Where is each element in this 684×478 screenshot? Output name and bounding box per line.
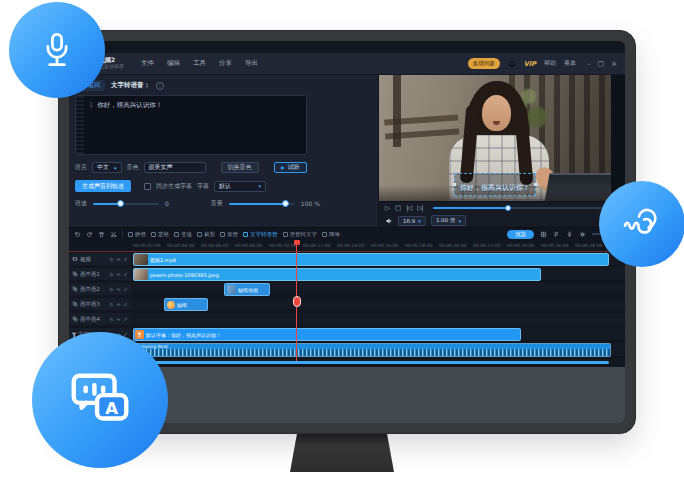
stop-button[interactable]: □	[395, 205, 400, 212]
track-header-pip3[interactable]: 画中画3	[69, 298, 131, 311]
link-icon[interactable]	[123, 257, 128, 262]
subtitle-style-select[interactable]: 默认▾	[214, 181, 266, 192]
timeline-scrollbar[interactable]	[133, 361, 609, 364]
volume-slider[interactable]	[229, 203, 295, 205]
chevron-down-icon: ▾	[418, 218, 421, 224]
clip-sticker[interactable]: 贴纸	[164, 298, 208, 311]
script-text: 你好，很高兴认识你！	[97, 101, 162, 109]
language-select[interactable]: 中文▾	[92, 162, 122, 173]
eye-icon[interactable]	[116, 287, 121, 292]
track-header-pip2[interactable]: 画中画2	[69, 283, 131, 296]
transport-bar: ▷ □ |◁ ▷|	[379, 201, 625, 214]
menu-tools[interactable]: 工具	[193, 59, 206, 68]
speaker-icon[interactable]	[385, 217, 393, 225]
split-button[interactable]	[110, 231, 117, 238]
line-number: 1	[89, 101, 93, 109]
info-icon[interactable]: i	[156, 82, 164, 90]
voice-label: 音色	[127, 163, 139, 172]
timeline-ruler[interactable]: 00:00:02:00 00:00:04:00 00:00:06:00 00:0…	[69, 240, 625, 252]
voice-input[interactable]: 甜美女声	[144, 162, 206, 173]
window-controls: – □ ×	[587, 60, 617, 68]
tool-freeze[interactable]: 定格	[151, 231, 169, 238]
pip-track-icon	[72, 316, 78, 322]
redo-button[interactable]	[86, 231, 93, 238]
tool-crop[interactable]: 裁剪	[197, 231, 215, 238]
microphone-icon	[35, 28, 79, 72]
settings-gear-icon[interactable]	[579, 231, 586, 238]
track-header-pip1[interactable]: 画中画1	[69, 268, 131, 281]
eye-icon[interactable]	[116, 257, 121, 262]
play-button[interactable]: ▷	[385, 205, 389, 212]
track-header-pip4[interactable]: 画中画4	[69, 313, 131, 326]
video-track-icon	[72, 256, 78, 262]
speech-to-text-feature-badge: A	[32, 332, 168, 468]
undo-button[interactable]	[74, 231, 81, 238]
playback-rate-select[interactable]: 1.00 倍▾	[431, 215, 466, 226]
prev-frame-button[interactable]: |◁	[406, 205, 411, 212]
listen-button[interactable]: 试听	[274, 162, 307, 173]
preview-video[interactable]: 你好，很高兴认识你！	[379, 75, 611, 201]
speed-slider[interactable]	[93, 203, 159, 205]
generate-voice-button[interactable]: 生成声音到轨道	[75, 180, 131, 192]
grid-snap-icon[interactable]	[540, 231, 547, 238]
playhead-handle[interactable]	[294, 240, 300, 245]
menu-file[interactable]: 文件	[141, 59, 154, 68]
clip-sticker-animated[interactable]: 贴纸动画	[224, 283, 270, 296]
clip-video[interactable]: 视频2.mp4	[133, 253, 609, 266]
next-frame-button[interactable]: ▷|	[417, 205, 422, 212]
tool-text-to-speech[interactable]: 文字转语音	[243, 231, 278, 238]
eye-icon[interactable]	[116, 302, 121, 307]
clip-subtitle[interactable]: T默认字幕：你好，很高兴认识你！	[133, 328, 521, 341]
clip-music[interactable]: Relaxing Beat	[133, 343, 611, 357]
render-button[interactable]: 渲染	[507, 230, 534, 239]
script-textarea[interactable]: 1你好，很高兴认识你！	[75, 95, 307, 155]
link-icon[interactable]	[123, 287, 128, 292]
close-button[interactable]: ×	[611, 60, 617, 68]
menu-link[interactable]: 菜单	[564, 59, 576, 68]
lock-icon[interactable]	[109, 317, 114, 322]
vip-badge[interactable]: VIP	[524, 60, 536, 68]
tool-denoise[interactable]: 降噪	[322, 231, 340, 238]
switch-voice-button[interactable]: 切换音色	[221, 162, 259, 173]
listening-feature-badge	[599, 181, 684, 267]
pip-track-icon	[72, 286, 78, 292]
menu-share[interactable]: 分享	[219, 59, 232, 68]
link-icon[interactable]	[123, 302, 128, 307]
menu-export[interactable]: 导出	[245, 59, 258, 68]
tool-speed[interactable]: 变速	[174, 231, 192, 238]
bell-icon[interactable]	[508, 60, 516, 68]
feedback-button[interactable]: 反馈问题	[468, 58, 500, 69]
menu-edit[interactable]: 编辑	[167, 59, 180, 68]
delete-button[interactable]	[98, 231, 105, 238]
track-header-video[interactable]: 视频	[69, 253, 131, 266]
record-icon	[220, 232, 225, 237]
sticker-emoji-icon	[167, 301, 175, 309]
minimize-button[interactable]: –	[587, 60, 591, 68]
lock-icon[interactable]	[109, 287, 114, 292]
eye-icon[interactable]	[116, 272, 121, 277]
eye-icon[interactable]	[116, 317, 121, 322]
marker-flag-icon[interactable]	[553, 231, 560, 238]
voiceover-mic-icon[interactable]	[566, 231, 573, 238]
track-row-pip3: 贴纸	[131, 298, 625, 311]
playhead[interactable]	[296, 240, 297, 361]
tool-record[interactable]: 录音	[220, 231, 238, 238]
clip-thumbnail	[134, 254, 148, 265]
tool-speech-to-text[interactable]: 语音转文字	[283, 231, 318, 238]
link-icon[interactable]	[123, 317, 128, 322]
lock-icon[interactable]	[109, 257, 114, 262]
subtitle-selection-box[interactable]: 你好，很高兴认识你！	[454, 173, 536, 196]
lock-icon[interactable]	[109, 302, 114, 307]
track-row-text1: T默认字幕：你好，很高兴认识你！	[131, 328, 625, 341]
sync-subtitle-checkbox[interactable]	[144, 183, 151, 190]
toolbar-divider	[122, 230, 123, 238]
tool-mute[interactable]: 静音	[128, 231, 146, 238]
maximize-button[interactable]: □	[598, 60, 605, 68]
clip-image[interactable]: pexels-photo-1090393.jpeg	[133, 268, 541, 281]
lock-icon[interactable]	[109, 272, 114, 277]
titlebar-right: 反馈问题 VIP 帮助 菜单 – □ ×	[468, 58, 617, 69]
link-icon[interactable]	[123, 272, 128, 277]
aspect-ratio-select[interactable]: 16:9▾	[398, 216, 426, 226]
seek-slider[interactable]	[433, 207, 601, 209]
help-link[interactable]: 帮助	[544, 59, 556, 68]
